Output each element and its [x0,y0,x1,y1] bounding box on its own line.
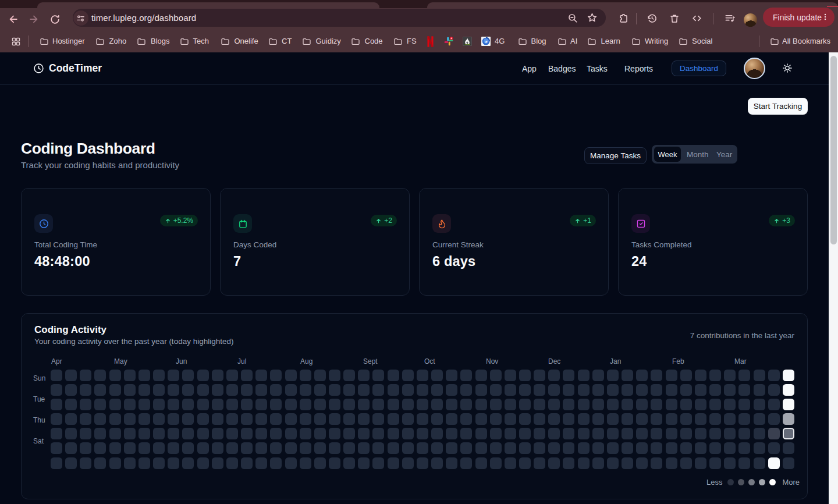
svg-text:CAMPFIRE: CAMPFIRE [465,44,471,45]
svg-text:e: e [485,39,488,44]
